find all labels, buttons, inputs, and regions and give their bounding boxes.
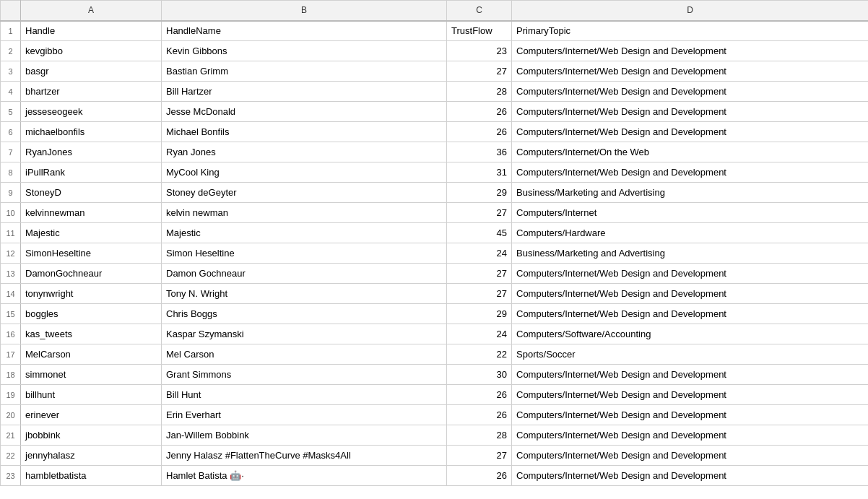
- cell-handle[interactable]: SimonHeseltine: [21, 243, 162, 264]
- cell-handle[interactable]: simmonet: [21, 365, 162, 385]
- table-row[interactable]: 19billhuntBill Hunt26Computers/Internet/…: [1, 385, 869, 405]
- cell-primarytopic[interactable]: Computers/Internet/Web Design and Develo…: [512, 162, 869, 183]
- cell-handlename[interactable]: Bastian Grimm: [162, 61, 447, 82]
- cell-primarytopic[interactable]: Computers/Internet/On the Web: [512, 142, 869, 162]
- cell-primarytopic[interactable]: Computers/Internet/Web Design and Develo…: [512, 264, 869, 284]
- cell-handle[interactable]: basgr: [21, 61, 162, 82]
- cell-primarytopic[interactable]: Computers/Internet/Web Design and Develo…: [512, 41, 869, 61]
- cell-handle[interactable]: erinever: [21, 405, 162, 425]
- table-row[interactable]: 16kas_tweetsKaspar Szymanski24Computers/…: [1, 324, 869, 344]
- col-header-c[interactable]: C: [447, 1, 512, 21]
- table-row[interactable]: 2kevgibboKevin Gibbons23Computers/Intern…: [1, 41, 869, 61]
- cell-handle[interactable]: billhunt: [21, 385, 162, 405]
- cell-primarytopic[interactable]: Computers/Internet: [512, 203, 869, 223]
- table-row[interactable]: 20erineverErin Everhart26Computers/Inter…: [1, 405, 869, 425]
- cell-handlename[interactable]: Michael Bonfils: [162, 122, 447, 142]
- table-row[interactable]: 22jennyhalaszJenny Halasz #FlattenTheCur…: [1, 446, 869, 466]
- cell-handlename[interactable]: Stoney deGeyter: [162, 183, 447, 203]
- table-row[interactable]: 7RyanJonesRyan Jones36Computers/Internet…: [1, 142, 869, 162]
- cell-trustflow[interactable]: 27: [447, 61, 512, 82]
- cell-handle[interactable]: Majestic: [21, 223, 162, 243]
- cell-handlename[interactable]: Jan-Willem Bobbink: [162, 425, 447, 446]
- cell-handlename[interactable]: Kaspar Szymanski: [162, 324, 447, 344]
- cell-primarytopic[interactable]: Computers/Internet/Web Design and Develo…: [512, 82, 869, 102]
- cell-trustflow[interactable]: 26: [447, 102, 512, 122]
- cell-primarytopic[interactable]: Computers/Internet/Web Design and Develo…: [512, 385, 869, 405]
- cell-handlename[interactable]: MyCool King: [162, 162, 447, 183]
- cell-primarytopic[interactable]: Computers/Internet/Web Design and Develo…: [512, 365, 869, 385]
- cell-trustflow[interactable]: 28: [447, 425, 512, 446]
- cell-trustflow[interactable]: 36: [447, 142, 512, 162]
- cell-primarytopic[interactable]: Computers/Internet/Web Design and Develo…: [512, 446, 869, 466]
- table-row[interactable]: 21jbobbinkJan-Willem Bobbink28Computers/…: [1, 425, 869, 446]
- cell-handle[interactable]: hambletbatista: [21, 466, 162, 486]
- table-row[interactable]: 15bogglesChris Boggs29Computers/Internet…: [1, 304, 869, 324]
- table-row[interactable]: 3basgrBastian Grimm27Computers/Internet/…: [1, 61, 869, 82]
- cell-primarytopic[interactable]: Computers/Internet/Web Design and Develo…: [512, 61, 869, 82]
- cell-handle[interactable]: tonynwright: [21, 284, 162, 304]
- cell-primarytopic[interactable]: Computers/Internet/Web Design and Develo…: [512, 304, 869, 324]
- cell-handlename[interactable]: Jenny Halasz #FlattenTheCurve #Masks4All: [162, 446, 447, 466]
- cell-handlename[interactable]: Majestic: [162, 223, 447, 243]
- cell-trustflow[interactable]: 28: [447, 82, 512, 102]
- cell-handlename[interactable]: Damon Gochneaur: [162, 264, 447, 284]
- cell-handle[interactable]: DamonGochneaur: [21, 264, 162, 284]
- cell-handle[interactable]: MelCarson: [21, 344, 162, 365]
- table-row[interactable]: 17MelCarsonMel Carson22Sports/Soccer: [1, 344, 869, 365]
- table-row[interactable]: 23hambletbatistaHamlet Batista 🤖·26Compu…: [1, 466, 869, 486]
- cell-handlename[interactable]: Erin Everhart: [162, 405, 447, 425]
- cell-handle[interactable]: StoneyD: [21, 183, 162, 203]
- cell-handlename[interactable]: HandleName: [162, 21, 447, 41]
- cell-handle[interactable]: Handle: [21, 21, 162, 41]
- cell-handle[interactable]: jennyhalasz: [21, 446, 162, 466]
- table-row[interactable]: 12SimonHeseltineSimon Heseltine24Busines…: [1, 243, 869, 264]
- cell-primarytopic[interactable]: Business/Marketing and Advertising: [512, 183, 869, 203]
- table-row[interactable]: 4bhartzerBill Hartzer28Computers/Interne…: [1, 82, 869, 102]
- cell-trustflow[interactable]: 27: [447, 203, 512, 223]
- cell-handle[interactable]: boggles: [21, 304, 162, 324]
- cell-handle[interactable]: bhartzer: [21, 82, 162, 102]
- table-row[interactable]: 9StoneyDStoney deGeyter29Business/Market…: [1, 183, 869, 203]
- cell-handlename[interactable]: Jesse McDonald: [162, 102, 447, 122]
- cell-trustflow[interactable]: 27: [447, 264, 512, 284]
- cell-handle[interactable]: iPullRank: [21, 162, 162, 183]
- cell-primarytopic[interactable]: Computers/Internet/Web Design and Develo…: [512, 425, 869, 446]
- cell-handlename[interactable]: Bill Hunt: [162, 385, 447, 405]
- cell-trustflow[interactable]: 27: [447, 446, 512, 466]
- cell-primarytopic[interactable]: Computers/Internet/Web Design and Develo…: [512, 466, 869, 486]
- table-row[interactable]: 18simmonetGrant Simmons30Computers/Inter…: [1, 365, 869, 385]
- cell-handle[interactable]: kas_tweets: [21, 324, 162, 344]
- col-header-a[interactable]: A: [21, 1, 162, 21]
- cell-handlename[interactable]: Bill Hartzer: [162, 82, 447, 102]
- cell-handlename[interactable]: Tony N. Wright: [162, 284, 447, 304]
- cell-trustflow[interactable]: 29: [447, 304, 512, 324]
- cell-handlename[interactable]: Hamlet Batista 🤖·: [162, 466, 447, 486]
- cell-trustflow[interactable]: 24: [447, 243, 512, 264]
- cell-handlename[interactable]: kelvin newman: [162, 203, 447, 223]
- cell-trustflow[interactable]: 45: [447, 223, 512, 243]
- cell-handle[interactable]: kelvinnewman: [21, 203, 162, 223]
- cell-trustflow[interactable]: 26: [447, 466, 512, 486]
- table-row[interactable]: 8iPullRankMyCool King31Computers/Interne…: [1, 162, 869, 183]
- cell-handlename[interactable]: Kevin Gibbons: [162, 41, 447, 61]
- cell-trustflow[interactable]: 24: [447, 324, 512, 344]
- col-header-d[interactable]: D: [512, 1, 869, 21]
- cell-handle[interactable]: jesseseogeek: [21, 102, 162, 122]
- table-row[interactable]: 6michaelbonfilsMichael Bonfils26Computer…: [1, 122, 869, 142]
- cell-trustflow[interactable]: TrustFlow: [447, 21, 512, 41]
- cell-trustflow[interactable]: 26: [447, 405, 512, 425]
- cell-primarytopic[interactable]: Computers/Internet/Web Design and Develo…: [512, 122, 869, 142]
- table-row[interactable]: 13DamonGochneaurDamon Gochneaur27Compute…: [1, 264, 869, 284]
- cell-handle[interactable]: kevgibbo: [21, 41, 162, 61]
- cell-primarytopic[interactable]: Computers/Internet/Web Design and Develo…: [512, 102, 869, 122]
- cell-trustflow[interactable]: 22: [447, 344, 512, 365]
- cell-handle[interactable]: michaelbonfils: [21, 122, 162, 142]
- cell-handlename[interactable]: Mel Carson: [162, 344, 447, 365]
- cell-handlename[interactable]: Grant Simmons: [162, 365, 447, 385]
- cell-primarytopic[interactable]: Sports/Soccer: [512, 344, 869, 365]
- cell-trustflow[interactable]: 31: [447, 162, 512, 183]
- cell-primarytopic[interactable]: Computers/Internet/Web Design and Develo…: [512, 405, 869, 425]
- table-row[interactable]: 1HandleHandleNameTrustFlowPrimaryTopic: [1, 21, 869, 41]
- cell-trustflow[interactable]: 26: [447, 122, 512, 142]
- cell-handlename[interactable]: Chris Boggs: [162, 304, 447, 324]
